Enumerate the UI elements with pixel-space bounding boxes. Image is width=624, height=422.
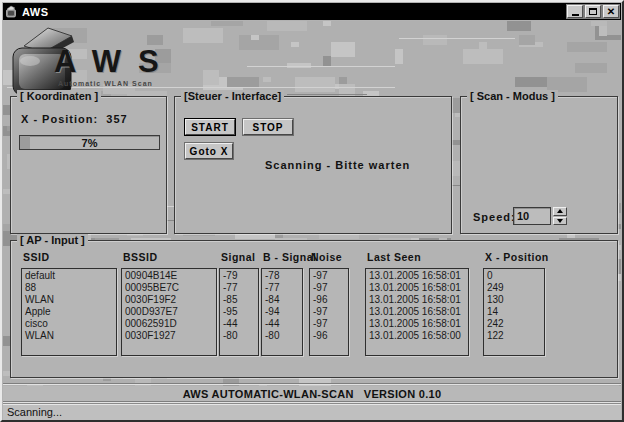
- divider: [3, 383, 621, 385]
- x-position-list[interactable]: 024913014242122: [483, 268, 545, 356]
- close-button[interactable]: ✕: [603, 5, 619, 18]
- logo-subtitle: Automatic WLAN Scan: [58, 80, 153, 87]
- list-item[interactable]: -79: [220, 270, 258, 282]
- list-item[interactable]: WLAN: [22, 294, 116, 306]
- list-item[interactable]: -97: [310, 270, 348, 282]
- list-item[interactable]: 88: [22, 282, 116, 294]
- group-steuer-label: [Steuer - Interface]: [181, 90, 284, 102]
- list-item[interactable]: 13.01.2005 16:58:01: [366, 306, 468, 318]
- group-steuer-interface: [Steuer - Interface] START STOP Goto X S…: [174, 96, 452, 234]
- list-item[interactable]: default: [22, 270, 116, 282]
- progress-bar: 7%: [19, 135, 160, 150]
- column-header-b-signal: B - Signal: [263, 251, 316, 263]
- list-item[interactable]: 0: [484, 270, 544, 282]
- column-header-noise: Noise: [311, 251, 342, 263]
- list-item[interactable]: -95: [220, 306, 258, 318]
- group-scan-modus: [ Scan - Modus ] Speed: 10: [460, 96, 618, 234]
- window-title: AWS: [22, 6, 49, 18]
- list-item[interactable]: 14: [484, 306, 544, 318]
- titlebar: AWS ✕: [3, 3, 621, 20]
- list-item[interactable]: -78: [262, 270, 302, 282]
- list-item[interactable]: 0030F19F2: [122, 294, 216, 306]
- list-item[interactable]: -96: [310, 294, 348, 306]
- maximize-button[interactable]: [585, 5, 601, 18]
- ssid-list[interactable]: default88WLANAppleciscoWLAN: [21, 268, 117, 356]
- list-item[interactable]: -85: [220, 294, 258, 306]
- list-item[interactable]: 00904B14E: [122, 270, 216, 282]
- list-item[interactable]: -77: [262, 282, 302, 294]
- group-ap-input: [ AP - Input ] SSID BSSID Signal B - Sig…: [10, 240, 618, 378]
- list-item[interactable]: -97: [310, 306, 348, 318]
- footer: AWS AUTOMATIC-WLAN-SCAN VERSION 0.10: [3, 386, 621, 401]
- arrow-up-icon: [557, 209, 563, 213]
- minimize-icon: [572, 14, 579, 16]
- list-item[interactable]: -44: [220, 318, 258, 330]
- speed-input[interactable]: 10: [513, 207, 551, 225]
- status-text: Scanning...: [7, 406, 62, 418]
- speed-label: Speed:: [473, 211, 516, 223]
- arrow-down-icon: [557, 219, 563, 223]
- list-item[interactable]: 13.01.2005 16:58:00: [366, 330, 468, 342]
- x-position-text: X - Position: 357: [21, 113, 128, 125]
- maximize-icon: [589, 8, 597, 15]
- stop-button[interactable]: STOP: [243, 119, 293, 135]
- list-item[interactable]: 0030F1927: [122, 330, 216, 342]
- list-item[interactable]: 13.01.2005 16:58:01: [366, 294, 468, 306]
- list-item[interactable]: 000D937E7: [122, 306, 216, 318]
- list-item[interactable]: 13.01.2005 16:58:01: [366, 270, 468, 282]
- noise-list[interactable]: -97-97-96-97-97-96: [309, 268, 349, 356]
- speed-down-button[interactable]: [553, 217, 567, 226]
- signal-list[interactable]: -79-77-85-95-44-80: [219, 268, 259, 356]
- list-item[interactable]: -80: [262, 330, 302, 342]
- goto-x-button[interactable]: Goto X: [185, 143, 233, 159]
- group-ap-input-label: [ AP - Input ]: [17, 234, 88, 246]
- list-item[interactable]: 13.01.2005 16:58:01: [366, 318, 468, 330]
- column-header-ssid: SSID: [23, 251, 50, 263]
- start-button[interactable]: START: [185, 119, 235, 135]
- column-header-x-position: X - Position: [485, 251, 549, 263]
- logo-title: AWS: [54, 44, 176, 80]
- list-item[interactable]: 00095BE7C: [122, 282, 216, 294]
- footer-text: AWS AUTOMATIC-WLAN-SCAN VERSION 0.10: [183, 388, 442, 400]
- app-logo: AWS Automatic WLAN Scan: [8, 26, 208, 98]
- app-window: AWS ✕: [0, 0, 624, 422]
- bssid-list[interactable]: 00904B14E00095BE7C0030F19F2000D937E70006…: [121, 268, 217, 356]
- list-item[interactable]: cisco: [22, 318, 116, 330]
- list-item[interactable]: -97: [310, 318, 348, 330]
- window-controls: ✕: [567, 5, 619, 18]
- list-item[interactable]: -94: [262, 306, 302, 318]
- list-item[interactable]: -77: [220, 282, 258, 294]
- scan-status-text: Scanning - Bitte warten: [265, 159, 410, 171]
- list-item[interactable]: 242: [484, 318, 544, 330]
- b-signal-list[interactable]: -78-77-84-94-44-80: [261, 268, 303, 356]
- speed-up-button[interactable]: [553, 207, 567, 216]
- progress-text: 7%: [20, 137, 159, 149]
- group-koordinaten-label: [ Koordinaten ]: [17, 90, 101, 102]
- group-koordinaten: [ Koordinaten ] X - Position: 357 7%: [10, 96, 167, 234]
- list-item[interactable]: -84: [262, 294, 302, 306]
- list-item[interactable]: Apple: [22, 306, 116, 318]
- list-item[interactable]: 122: [484, 330, 544, 342]
- list-item[interactable]: 249: [484, 282, 544, 294]
- list-item[interactable]: -80: [220, 330, 258, 342]
- list-item[interactable]: WLAN: [22, 330, 116, 342]
- close-icon: ✕: [607, 7, 615, 17]
- column-header-last-seen: Last Seen: [367, 251, 421, 263]
- last-seen-list[interactable]: 13.01.2005 16:58:0113.01.2005 16:58:0113…: [365, 268, 469, 356]
- list-item[interactable]: 00062591D: [122, 318, 216, 330]
- list-item[interactable]: -96: [310, 330, 348, 342]
- group-scan-modus-label: [ Scan - Modus ]: [467, 90, 558, 102]
- statusbar: Scanning...: [3, 403, 621, 420]
- column-header-bssid: BSSID: [123, 251, 158, 263]
- app-icon: [5, 5, 18, 18]
- column-header-signal: Signal: [221, 251, 256, 263]
- list-item[interactable]: -44: [262, 318, 302, 330]
- list-item[interactable]: -97: [310, 282, 348, 294]
- minimize-button[interactable]: [567, 5, 583, 18]
- list-item[interactable]: 13.01.2005 16:58:01: [366, 282, 468, 294]
- list-item[interactable]: 130: [484, 294, 544, 306]
- speed-spinner: [553, 207, 567, 225]
